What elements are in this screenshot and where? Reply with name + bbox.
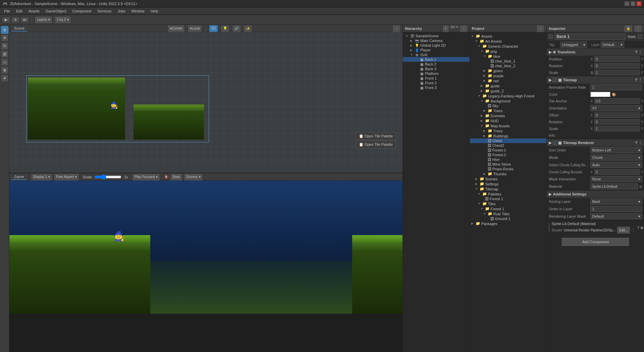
menu-item-file[interactable]: File xyxy=(1,8,13,14)
hierarchy-item[interactable]: ▦Front 1 xyxy=(403,76,470,81)
fx-btn[interactable]: ✨ xyxy=(244,25,252,32)
pos-x-input[interactable] xyxy=(594,56,640,62)
rotate-tool[interactable]: ↻ xyxy=(1,42,8,50)
hierarchy-item[interactable]: ▦Back 3 xyxy=(403,67,470,71)
project-item[interactable]: ▶📁HUD xyxy=(470,118,547,123)
order-in-layer-input[interactable] xyxy=(590,206,642,212)
maximize-button[interactable]: □ xyxy=(631,1,635,6)
project-item[interactable]: 🖼Hive xyxy=(470,157,547,162)
orientation-dropdown[interactable]: XY ▾ xyxy=(590,105,642,111)
play-focused-dropdown[interactable]: Play Focused ▾ xyxy=(132,173,160,181)
active-checkbox[interactable] xyxy=(549,35,553,39)
trot-x-input[interactable] xyxy=(594,119,640,125)
project-item[interactable]: ▼📁Forest 1 xyxy=(470,206,547,211)
close-button[interactable]: ✕ xyxy=(637,1,641,6)
menu-item-help[interactable]: Help xyxy=(148,8,161,14)
project-item[interactable]: 🖼Ground 1 xyxy=(470,216,547,221)
project-options-btn[interactable]: ⋮ xyxy=(536,25,544,32)
transform-header[interactable]: ▶ ⊕ Transform ? ⋮ xyxy=(547,48,644,56)
project-item[interactable]: ▼📁Rule Tiles xyxy=(470,211,547,216)
inspector-options-btn[interactable]: ⋮ xyxy=(634,25,642,32)
tilemap-active-checkbox[interactable] xyxy=(553,78,557,82)
scale-tool[interactable]: ⊞ xyxy=(1,50,8,58)
menu-item-jobs[interactable]: Jobs xyxy=(115,8,128,14)
project-item[interactable]: 🖼char_blue_1 xyxy=(470,59,547,63)
project-item[interactable]: ▼📁blue xyxy=(470,54,547,59)
tilemap-renderer-header[interactable]: ▶ ▦ Tilemap Renderer ? ⋮ xyxy=(547,139,644,146)
2d-btn[interactable]: 2D xyxy=(209,25,218,32)
hierarchy-item[interactable]: ▼⊞Grid xyxy=(403,52,470,57)
hierarchy-item[interactable]: ▦Back 1 xyxy=(403,57,470,62)
tile-palette-popup-2[interactable]: 📋 Open Tile Palette xyxy=(356,141,396,148)
select-tool[interactable]: ⊕ xyxy=(1,26,8,34)
hierarchy-item[interactable]: ▼🎬SampleScene xyxy=(403,34,470,38)
menu-item-component[interactable]: Component xyxy=(69,8,94,14)
material-picker-icon[interactable]: ⊙ xyxy=(639,185,642,188)
layout-dropdown[interactable]: 2 by 3 ▾ xyxy=(54,16,71,24)
scene-tab[interactable]: Scene xyxy=(11,26,27,32)
project-item[interactable]: ▼📁Palettes xyxy=(470,191,547,196)
project-item[interactable]: ▼📁Map Assets xyxy=(470,123,547,128)
hierarchy-item[interactable]: ▶💡Global Light 2D xyxy=(403,43,470,48)
cc-x-input[interactable] xyxy=(594,169,640,175)
project-item[interactable]: 🖼Sky xyxy=(470,103,547,108)
project-item[interactable]: 🖼Forest-1 xyxy=(470,148,547,152)
center-view-btn[interactable]: ⊕Center xyxy=(167,25,185,32)
project-item[interactable]: 🖼Forest-2 xyxy=(470,152,547,157)
step-button[interactable]: ⏭ xyxy=(21,17,29,23)
minimize-button[interactable]: ─ xyxy=(625,1,629,6)
offset-x-input[interactable] xyxy=(594,113,640,118)
project-item[interactable]: ▼📁Background xyxy=(470,98,547,103)
static-checkbox[interactable] xyxy=(638,35,642,39)
project-item[interactable]: ▶📁Thumbs xyxy=(470,171,547,176)
project-item[interactable]: 🖼char_blue_2 xyxy=(470,63,547,68)
detect-chunk-dropdown[interactable]: Auto ▾ xyxy=(590,162,642,168)
custom-tool[interactable]: ✦ xyxy=(1,75,8,82)
hierarchy-item[interactable]: ▦Front 2 xyxy=(403,81,470,85)
menu-item-services[interactable]: Services xyxy=(95,8,114,14)
sort-order-dropdown[interactable]: Bottom Left ▾ xyxy=(590,147,642,153)
project-item[interactable]: ▶📁green xyxy=(470,68,547,73)
scale-x-input[interactable] xyxy=(594,70,640,75)
inspector-lock-btn[interactable]: 🔒 xyxy=(624,25,633,32)
anim-frame-rate-input[interactable] xyxy=(590,84,642,90)
project-item[interactable]: ▼📁Tilemap xyxy=(470,186,547,191)
local-btn[interactable]: ▾Local xyxy=(187,25,202,32)
rot-x-input[interactable] xyxy=(594,63,640,69)
gizmos-dropdown[interactable]: Gizmos ▾ xyxy=(184,173,203,181)
play-button[interactable]: ▶ xyxy=(2,17,10,23)
edit-shader-btn[interactable]: Edit... xyxy=(617,226,630,234)
hierarchy-item[interactable]: ▶👤Player xyxy=(403,48,470,52)
project-item[interactable]: ▶📁Packages xyxy=(470,221,547,226)
anchor-x-input[interactable] xyxy=(594,98,640,104)
project-item[interactable]: ▶📁Settings xyxy=(470,181,547,186)
display-dropdown[interactable]: Display 1 ▾ xyxy=(31,173,52,181)
move-tool[interactable]: ✛ xyxy=(1,34,8,42)
transform-tool[interactable]: ⊕ xyxy=(1,67,8,74)
project-item[interactable]: ▼📁png xyxy=(470,49,547,54)
hierarchy-item[interactable]: ▦Back 2 xyxy=(403,62,470,67)
aspect-dropdown[interactable]: Free Aspect ▾ xyxy=(54,173,79,181)
menu-item-window[interactable]: Window xyxy=(129,8,147,14)
stats-btn[interactable]: Stats xyxy=(170,173,182,181)
renderer-active-checkbox[interactable] xyxy=(553,141,557,145)
audio-btn[interactable]: 🔊 xyxy=(232,25,241,32)
project-item[interactable]: ▼📁Assets xyxy=(470,34,547,39)
project-item[interactable]: ▼📁Legacy-Fantasy-High Forest xyxy=(470,93,547,98)
project-item[interactable]: 🖼Forest 1 xyxy=(470,196,547,201)
hierarchy-item[interactable]: ▦Platform xyxy=(403,71,470,76)
project-item[interactable]: ▶📁Trees xyxy=(470,108,547,113)
hierarchy-item[interactable]: ▶📷Main Camera xyxy=(403,38,470,43)
rendering-layer-dropdown[interactable]: Default ▾ xyxy=(590,213,642,219)
scale-slider[interactable] xyxy=(95,175,121,179)
project-item[interactable]: 🖼Props-Rocks xyxy=(470,167,547,171)
hierarchy-item[interactable]: ▦Front 3 xyxy=(403,85,470,90)
project-item[interactable]: ▶📁Trees xyxy=(470,128,547,133)
project-item[interactable]: ▼📁Tiles xyxy=(470,201,547,206)
color-swatch[interactable] xyxy=(590,92,610,97)
menu-item-assets[interactable]: Assets xyxy=(26,8,42,14)
layers-dropdown[interactable]: Layers ▾ xyxy=(35,16,52,24)
rect-tool[interactable]: ▭ xyxy=(1,58,8,66)
project-item[interactable]: 🖼Chest xyxy=(470,138,547,143)
project-item[interactable]: ▼📁Art Assets xyxy=(470,39,547,44)
